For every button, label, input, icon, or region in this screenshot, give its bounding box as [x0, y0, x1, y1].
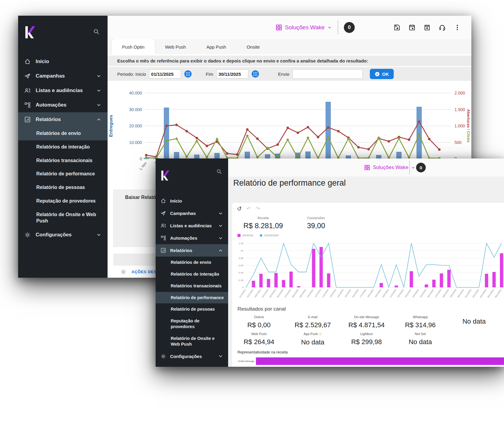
kebab-menu-icon[interactable]: [454, 24, 461, 31]
tab-web-push[interactable]: Web Push: [155, 39, 196, 54]
svg-text:0.2K: 0.2K: [239, 279, 244, 282]
sidebar-subitem[interactable]: Relatório de pessoas: [18, 181, 108, 194]
app-switcher[interactable]: Soluções Wake: [364, 165, 415, 171]
sidebar-item-automacoes[interactable]: Automações: [18, 98, 108, 112]
sidebar-menu: InícioCampanhasListas e audiênciasAutoma…: [156, 195, 228, 363]
instruction-text: Escolha o mês de referência para exibir …: [108, 56, 471, 66]
sidebar-item-inicio[interactable]: Início: [156, 195, 228, 207]
svg-text:2.000: 2.000: [454, 91, 465, 95]
sidebar-item-listas-e-audiencias[interactable]: Listas e audiências: [18, 83, 108, 98]
sidebar-item-listas-e-audiencias[interactable]: Listas e audiências: [156, 219, 228, 232]
sidebar-item-inicio[interactable]: Início: [18, 54, 108, 69]
sidebar-item-campanhas[interactable]: Campanhas: [156, 207, 228, 219]
notification-badge[interactable]: 0: [416, 163, 426, 172]
svg-text:21/11/2023: 21/11/2023: [389, 289, 396, 298]
headset-icon[interactable]: [438, 24, 446, 31]
gear-icon: [24, 232, 31, 238]
calendar-icon[interactable]: [408, 24, 416, 31]
sidebar-subitem[interactable]: Relatórios de envio: [156, 257, 228, 268]
sidebar-subitem[interactable]: Relatório de Onsite e Web Push: [18, 208, 108, 228]
wake-logo: [160, 169, 171, 182]
headset-icon[interactable]: [499, 163, 504, 172]
sidebar-subitem[interactable]: Relatório de pessoas: [156, 303, 228, 315]
sidebar-subitem[interactable]: Relatórios de interação: [156, 268, 228, 280]
legend-revenue: revenue: [237, 234, 253, 237]
send-icon: [24, 73, 31, 79]
sidebar-subitem[interactable]: Relatórios transacionais: [156, 280, 228, 292]
svg-text:20.000: 20.000: [129, 123, 142, 128]
svg-text:15/11/2023: 15/11/2023: [344, 289, 351, 298]
play-circle-icon: [375, 72, 380, 77]
home-icon: [160, 198, 166, 204]
sidebar-subitem[interactable]: Relatórios de envio: [18, 127, 108, 140]
sidebar-subitem[interactable]: Reputação de provedores: [18, 194, 108, 208]
gear-icon: [120, 269, 127, 275]
performance-card: ↺ ↶ ↷ Receita R$ 8.281,09 Conversões 39,…: [232, 203, 504, 367]
tab-push-optin[interactable]: Push Optin: [112, 39, 155, 54]
sidebar-item-configuracoes[interactable]: Configurações: [156, 350, 228, 363]
svg-text:28/11/2023: 28/11/2023: [442, 289, 449, 298]
sidebar-subitem[interactable]: Relatórios de interação: [18, 140, 108, 154]
period-end-input[interactable]: [216, 69, 248, 78]
sidebar-subitem[interactable]: Relatório de performance: [156, 292, 228, 304]
ok-button[interactable]: OK: [370, 69, 394, 79]
main-content: Soluções Wake 0 Relatório de performance…: [228, 158, 504, 367]
chevron-down-icon: [96, 73, 102, 79]
sidebar-subitem[interactable]: Reputação de provedores: [156, 315, 228, 333]
sidebar-item-automacoes[interactable]: Automações: [156, 232, 228, 244]
sidebar-item-label: Automações: [36, 102, 66, 108]
svg-text:04/12/2023: 04/12/2023: [487, 289, 495, 298]
sidebar-item-label: Relatórios: [170, 248, 192, 253]
channel-label: E-mail: [286, 315, 340, 319]
people-icon: [160, 223, 166, 229]
channel-value: No data: [393, 338, 447, 346]
chevron-down-icon: [96, 88, 102, 93]
report-icon: [160, 248, 166, 253]
kpi-receita: Receita R$ 8.281,09: [241, 216, 286, 230]
wake-logo: [24, 25, 37, 40]
download-icon[interactable]: [423, 24, 431, 31]
envio-chart: 0010.00050020.0001.00030.0001.50040.0002…: [108, 81, 471, 172]
channel-whatsapp: WhatsappR$ 314,96: [393, 315, 447, 329]
channel-on-site-message: On-site MessageR$ 4.871,54: [340, 315, 393, 329]
notification-badge[interactable]: 0: [344, 22, 355, 33]
chevron-down-icon: [327, 25, 332, 30]
sidebar: InícioCampanhasListas e audiênciasAutoma…: [18, 16, 108, 278]
save-icon[interactable]: [393, 24, 401, 31]
svg-text:25/11/2023: 25/11/2023: [419, 289, 427, 298]
calendar-picker-icon[interactable]: [184, 70, 192, 78]
channel-web-push: Web PushR$ 264,94: [232, 332, 286, 346]
search-icon[interactable]: [93, 28, 100, 35]
tab-app-push[interactable]: App Push: [196, 39, 236, 54]
channel-value: R$ 4.871,54: [340, 321, 393, 329]
period-start-input[interactable]: [149, 69, 181, 78]
sidebar-subitem[interactable]: Relatórios transacionais: [18, 154, 108, 168]
people-icon: [24, 87, 31, 94]
header-divider: [409, 161, 410, 174]
sidebar-item-relatorios[interactable]: Relatórios: [156, 244, 228, 257]
sidebar: InícioCampanhasListas e audiênciasAutoma…: [156, 158, 228, 367]
svg-text:09/11/2023: 09/11/2023: [299, 289, 306, 298]
svg-text:01/11/2023: 01/11/2023: [239, 289, 246, 298]
svg-text:14/11/2023: 14/11/2023: [337, 289, 344, 298]
sidebar-item-campanhas[interactable]: Campanhas: [18, 69, 108, 83]
app-switcher[interactable]: Soluções Wake: [276, 24, 332, 31]
undo-icon[interactable]: ↺: [237, 205, 242, 212]
svg-text:05/11/2023: 05/11/2023: [269, 289, 276, 298]
sidebar-subitem[interactable]: Relatório de performance: [18, 167, 108, 181]
svg-text:23/11/2023: 23/11/2023: [404, 289, 412, 298]
sidebar-item-configuracoes[interactable]: Configurações: [18, 228, 108, 242]
envio-label: Envio: [278, 72, 289, 77]
sidebar-item-label: Campanhas: [36, 73, 65, 79]
sidebar-item-relatorios[interactable]: Relatórios: [18, 112, 108, 127]
calendar-picker-icon[interactable]: [251, 70, 259, 78]
redo-arrow-icon[interactable]: ↷: [256, 206, 260, 212]
svg-text:1.2K: 1.2K: [239, 242, 244, 245]
svg-text:11/11/2023: 11/11/2023: [314, 289, 321, 298]
envio-input[interactable]: [292, 69, 363, 79]
sidebar-subitem[interactable]: Relatório de Onsite e Web Push: [156, 333, 228, 350]
search-icon[interactable]: [216, 169, 222, 174]
undo-arrow-icon[interactable]: ↶: [247, 206, 251, 212]
tab-onsite[interactable]: Onsite: [236, 39, 270, 54]
period-label: Periodo: Inicio: [117, 72, 146, 77]
